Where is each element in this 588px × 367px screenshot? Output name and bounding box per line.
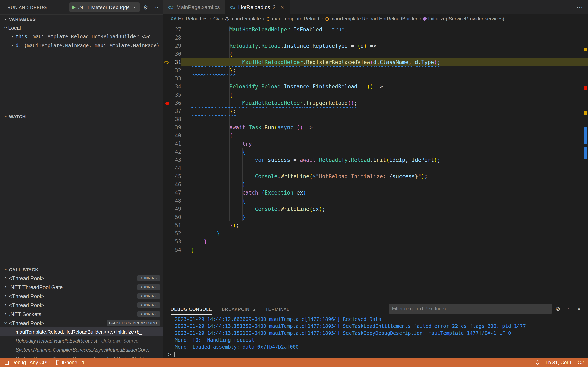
code-line-26: 26 bbox=[163, 23, 588, 26]
variable-name: this: bbox=[16, 34, 30, 40]
status-device[interactable]: iPhone 14 bbox=[56, 358, 84, 367]
start-debugging-icon[interactable] bbox=[72, 5, 76, 9]
code-line-49: 49 Console.WriteLine(ex); bbox=[163, 205, 588, 213]
thread-name: .NET Sockets bbox=[9, 311, 41, 317]
call-stack-thread-2[interactable]: ›<Thread Pool>RUNNING bbox=[0, 292, 163, 300]
status-cursor-position[interactable]: Ln 31, Col 1 bbox=[545, 358, 572, 367]
status-language-mode[interactable]: C# bbox=[578, 358, 584, 367]
variables-body: › Local ›this:mauiTemplate.Reload.HotRel… bbox=[0, 23, 163, 112]
overview-ruler[interactable] bbox=[582, 23, 588, 302]
status-mic[interactable] bbox=[535, 358, 540, 367]
gutter-glyph-36[interactable] bbox=[163, 99, 171, 107]
gear-icon[interactable]: ⚙ bbox=[142, 4, 150, 10]
scope-local[interactable]: › Local bbox=[0, 23, 163, 32]
chevron-down-icon: › bbox=[3, 320, 8, 325]
class-icon bbox=[325, 17, 329, 21]
code-editor[interactable]: 2627 MauiHotReloadHelper.IsEnabled = tru… bbox=[163, 23, 588, 302]
tab-mainpage-xaml-cs[interactable]: C#MainPage.xaml.cs bbox=[163, 0, 225, 14]
breadcrumb-item-hotreload-cs[interactable]: C#HotReload.cs bbox=[171, 16, 208, 22]
breadcrumb-item-initialize-iserviceprovider-services[interactable]: Initialize(IServiceProvider services) bbox=[423, 16, 504, 22]
thread-name: <Thread Pool> bbox=[9, 302, 44, 308]
gutter-glyph-29 bbox=[163, 42, 171, 50]
breadcrumb-item-mauitemplate-reload[interactable]: mauiTemplate.Reload bbox=[267, 16, 319, 22]
code-line-31: 31 MauiHotReloadHelper.RegisterReplacedV… bbox=[163, 58, 588, 67]
gutter-glyph-41 bbox=[163, 140, 171, 148]
call-stack-thread-3[interactable]: ›<Thread Pool>RUNNING bbox=[0, 300, 163, 309]
line-number: 51 bbox=[171, 221, 181, 230]
chevron-right-icon: › bbox=[3, 312, 8, 317]
code-text bbox=[181, 164, 588, 173]
gutter-glyph-33 bbox=[163, 75, 171, 83]
breadcrumb-item-mauitemplate[interactable]: {}mauiTemplate bbox=[225, 16, 261, 22]
code-line-41: 41 try bbox=[163, 140, 588, 148]
watch-section-header[interactable]: › WATCH bbox=[0, 112, 163, 121]
clear-console-icon[interactable]: ⊘ bbox=[553, 304, 563, 314]
gutter-glyph-52 bbox=[163, 230, 171, 238]
breadcrumb: C#HotReload.cs›C#›{}mauiTemplate›mauiTem… bbox=[163, 14, 588, 23]
thread-status-badge: RUNNING bbox=[137, 311, 160, 317]
status-bar-right: Ln 31, Col 1 C# bbox=[535, 358, 584, 367]
tab-badge: 2 bbox=[273, 4, 276, 10]
debug-config-dropdown[interactable]: .NET Meteor Debugger › bbox=[69, 2, 140, 12]
panel-tab-breakpoints[interactable]: BREAKPOINTS bbox=[222, 303, 255, 315]
status-device-label: iPhone 14 bbox=[62, 360, 84, 365]
call-stack-thread-5[interactable]: ›<Thread Pool>PAUSED ON BREAKPOINT bbox=[0, 318, 163, 327]
stack-frame-2[interactable]: System.Runtime.CompilerServices.AsyncMet… bbox=[0, 345, 163, 354]
console-filter-input[interactable] bbox=[389, 304, 552, 314]
frame-label: System.Runtime.CompilerServices.AsyncMet… bbox=[16, 347, 149, 353]
gutter-glyph-42 bbox=[163, 148, 171, 156]
call-stack-thread-1[interactable]: ›.NET ThreadPool GateRUNNING bbox=[0, 283, 163, 292]
more-actions-icon[interactable]: ⋯ bbox=[152, 4, 160, 10]
gutter-glyph-35 bbox=[163, 91, 171, 99]
call-stack-section: › CALL STACK ›<Thread Pool>RUNNING›.NET … bbox=[0, 265, 163, 358]
status-debug-configuration[interactable]: Debug | Any CPU bbox=[4, 358, 50, 367]
variables-items: ›this:mauiTemplate.Reload.HotReloadBuild… bbox=[0, 32, 163, 50]
chevron-right-icon: › bbox=[3, 294, 8, 299]
chevron-right-icon: › bbox=[10, 34, 15, 39]
console-line: 2023-01-29 14:44:13.151352+0400 mauiTemp… bbox=[163, 323, 588, 330]
variable-d[interactable]: ›d:(mauiTemplate.MainPage, mauiTemplate.… bbox=[0, 41, 163, 50]
code-text bbox=[181, 34, 588, 42]
close-tab-icon[interactable]: × bbox=[279, 4, 285, 11]
code-text: await Task.Run(async () => bbox=[181, 124, 588, 132]
call-stack-section-header[interactable]: › CALL STACK bbox=[0, 265, 163, 274]
editor-group: C#MainPage.xaml.csC#HotReload.cs2× ⋯ C#H… bbox=[163, 0, 588, 358]
panel-tab-debug-console[interactable]: DEBUG CONSOLE bbox=[171, 303, 212, 315]
breadcrumb-item-mauitemplate-reload-hotreloadbuilder[interactable]: mauiTemplate.Reload.HotReloadBuilder bbox=[325, 16, 417, 22]
stack-frame-1[interactable]: Reloadify.Reload.HandleEvalRequestUnknow… bbox=[0, 336, 163, 345]
console-line: 2023-01-29 14:44:13.152100+0400 mauiTemp… bbox=[163, 330, 588, 337]
line-number: 44 bbox=[171, 164, 181, 173]
variables-section-header[interactable]: › VARIABLES bbox=[0, 14, 163, 23]
thread-status-badge: RUNNING bbox=[137, 284, 160, 290]
maximize-panel-icon[interactable]: › bbox=[563, 304, 573, 314]
chevron-right-icon: › bbox=[320, 16, 324, 21]
code-text: Reloadify.Reload.Instance.FinishedReload… bbox=[181, 83, 588, 91]
thread-status-badge: PAUSED ON BREAKPOINT bbox=[107, 320, 160, 326]
code-text bbox=[181, 23, 588, 26]
line-number: 31 bbox=[171, 58, 181, 67]
variable-this[interactable]: ›this:mauiTemplate.Reload.HotReloadBuild… bbox=[0, 32, 163, 41]
gutter-glyph-31[interactable] bbox=[163, 58, 171, 67]
editor-more-actions-icon[interactable]: ⋯ bbox=[577, 0, 583, 14]
call-stack-thread-0[interactable]: ›<Thread Pool>RUNNING bbox=[0, 274, 163, 283]
ruler-mark bbox=[584, 147, 587, 159]
debug-console[interactable]: 2023-01-29 14:44:12.663609+0400 mauiTemp… bbox=[163, 315, 588, 358]
breadcrumb-item-c[interactable]: C# bbox=[213, 16, 219, 22]
thread-name: <Thread Pool> bbox=[9, 275, 44, 281]
stack-frame-3[interactable]: System.Runtime.CompilerServices.AsyncTas… bbox=[0, 354, 163, 358]
panel-tab-terminal[interactable]: TERMINAL bbox=[265, 303, 290, 315]
gutter-glyph-51 bbox=[163, 221, 171, 230]
call-stack-thread-4[interactable]: ›.NET SocketsRUNNING bbox=[0, 309, 163, 318]
code-line-44: 44 bbox=[163, 164, 588, 173]
close-panel-icon[interactable]: × bbox=[574, 304, 584, 314]
chevron-right-icon: › bbox=[418, 16, 423, 21]
code-line-39: 39 await Task.Run(async () => bbox=[163, 124, 588, 132]
language-mode-label: C# bbox=[578, 360, 584, 365]
cursor-position-label: Ln 31, Col 1 bbox=[545, 360, 572, 365]
stack-frame-0[interactable]: mauiTemplate.Reload.HotReloadBuilder.<>c… bbox=[0, 327, 163, 336]
tab-hotreload-cs[interactable]: C#HotReload.cs2× bbox=[225, 0, 291, 14]
line-number: 41 bbox=[171, 140, 181, 148]
breakpoint-icon[interactable] bbox=[165, 101, 169, 105]
line-number: 48 bbox=[171, 197, 181, 205]
console-input[interactable]: > bbox=[163, 351, 588, 358]
